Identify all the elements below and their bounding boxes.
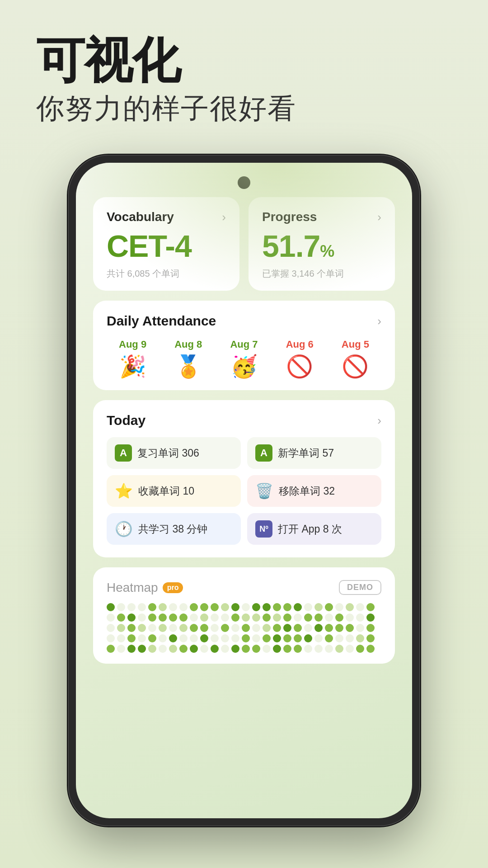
heatmap-dot — [127, 624, 136, 632]
review-label: 复习单词 306 — [137, 446, 199, 460]
heatmap-dot — [221, 603, 229, 611]
heatmap-dot — [117, 634, 125, 642]
heatmap-dot — [200, 624, 208, 632]
heatmap-dot — [304, 603, 312, 611]
heatmap-dot — [242, 613, 250, 622]
heatmap-dot — [356, 603, 364, 611]
today-app-opens: Nº 打开 App 8 次 — [247, 513, 381, 545]
heatmap-dot — [273, 613, 281, 622]
heatmap-dot — [252, 603, 260, 611]
today-chevron[interactable]: › — [377, 414, 381, 428]
heatmap-dot — [283, 613, 291, 622]
heatmap-title: Heatmap — [107, 580, 158, 595]
heatmap-dot — [231, 603, 239, 611]
heatmap-dot — [117, 645, 125, 653]
page-title: 可视化 — [36, 36, 452, 85]
today-favorites: ⭐ 收藏单词 10 — [107, 475, 241, 507]
today-study-time: 🕐 共学习 38 分钟 — [107, 513, 241, 545]
heatmap-dot — [325, 634, 333, 642]
progress-title: Progress — [262, 210, 317, 224]
vocabulary-sub: 共计 6,085 个单词 — [107, 268, 226, 280]
heatmap-dot — [211, 645, 219, 653]
heatmap-dot — [294, 613, 302, 622]
progress-value: 51.7% — [262, 231, 381, 261]
heatmap-dot — [356, 634, 364, 642]
heatmap-dot — [190, 603, 198, 611]
heatmap-dot — [138, 603, 146, 611]
heatmap-dot — [127, 634, 136, 642]
today-new-words: A 新学单词 57 — [247, 437, 381, 469]
heatmap-dot — [200, 645, 208, 653]
heatmap-dot — [200, 603, 208, 611]
heatmap-dot — [263, 624, 271, 632]
vocabulary-card[interactable]: Vocabulary › CET-4 共计 6,085 个单词 — [93, 197, 239, 291]
heatmap-dot — [356, 624, 364, 632]
heatmap-card[interactable]: Heatmap pro DEMO — [93, 567, 395, 664]
demo-badge: DEMO — [339, 580, 381, 595]
heatmap-dot — [346, 634, 354, 642]
heatmap-dot — [159, 645, 167, 653]
heatmap-dot — [138, 634, 146, 642]
heatmap-dot — [325, 645, 333, 653]
new-words-icon: A — [255, 444, 272, 462]
heatmap-dot — [117, 603, 125, 611]
heatmap-dot — [304, 613, 312, 622]
heatmap-dot — [325, 613, 333, 622]
heatmap-dot — [211, 613, 219, 622]
heatmap-dot — [252, 624, 260, 632]
heatmap-dot — [242, 624, 250, 632]
heatmap-dot — [127, 613, 136, 622]
heatmap-dot — [127, 603, 136, 611]
heatmap-dot — [366, 613, 375, 622]
heatmap-dot — [283, 645, 291, 653]
heatmap-dot — [304, 624, 312, 632]
heatmap-dot — [325, 624, 333, 632]
review-icon: A — [115, 444, 132, 462]
heatmap-dot — [335, 624, 343, 632]
attendance-days: Aug 9 🎉 Aug 8 🏅 Aug 7 🥳 — [107, 339, 381, 377]
camera-dot — [238, 176, 250, 189]
heatmap-dot — [314, 613, 323, 622]
app-opens-icon: Nº — [255, 520, 272, 538]
favorites-label: 收藏单词 10 — [138, 484, 194, 498]
heatmap-dot — [242, 603, 250, 611]
heatmap-dot — [263, 634, 271, 642]
heatmap-dot — [314, 634, 323, 642]
heatmap-dot — [346, 603, 354, 611]
heatmap-dot — [211, 603, 219, 611]
heatmap-dot — [107, 624, 115, 632]
trash-icon: 🗑️ — [255, 482, 273, 500]
heatmap-dot — [107, 645, 115, 653]
attendance-chevron[interactable]: › — [377, 314, 381, 328]
heatmap-dot — [252, 613, 260, 622]
today-card[interactable]: Today › A 复习单词 306 A 新学单词 57 — [93, 400, 395, 557]
heatmap-dot — [117, 624, 125, 632]
clock-icon: 🕐 — [115, 520, 133, 538]
heatmap-dot — [117, 613, 125, 622]
heatmap-dot — [221, 624, 229, 632]
pro-badge: pro — [163, 582, 183, 593]
heatmap-dot — [366, 634, 375, 642]
heatmap-dot — [107, 603, 115, 611]
heatmap-dot — [283, 624, 291, 632]
heatmap-dot — [221, 634, 229, 642]
heatmap-dot — [148, 645, 156, 653]
heatmap-dot — [231, 634, 239, 642]
heatmap-dot — [211, 634, 219, 642]
heatmap-dot — [325, 603, 333, 611]
new-words-label: 新学单词 57 — [278, 446, 334, 460]
study-time-label: 共学习 38 分钟 — [138, 522, 207, 536]
vocabulary-chevron[interactable]: › — [222, 210, 226, 224]
heatmap-dot — [314, 603, 323, 611]
heatmap-dot — [294, 634, 302, 642]
heatmap-dot — [294, 645, 302, 653]
phone-notch — [89, 176, 399, 189]
progress-chevron[interactable]: › — [377, 210, 381, 224]
heatmap-dot — [242, 634, 250, 642]
progress-card[interactable]: Progress › 51.7% 已掌握 3,146 个单词 — [249, 197, 395, 291]
heatmap-dot — [200, 634, 208, 642]
heatmap-dot — [242, 645, 250, 653]
heatmap-dot — [138, 613, 146, 622]
heatmap-dot — [263, 613, 271, 622]
attendance-card[interactable]: Daily Attendance › Aug 9 🎉 Aug 8 🏅 — [93, 301, 395, 390]
